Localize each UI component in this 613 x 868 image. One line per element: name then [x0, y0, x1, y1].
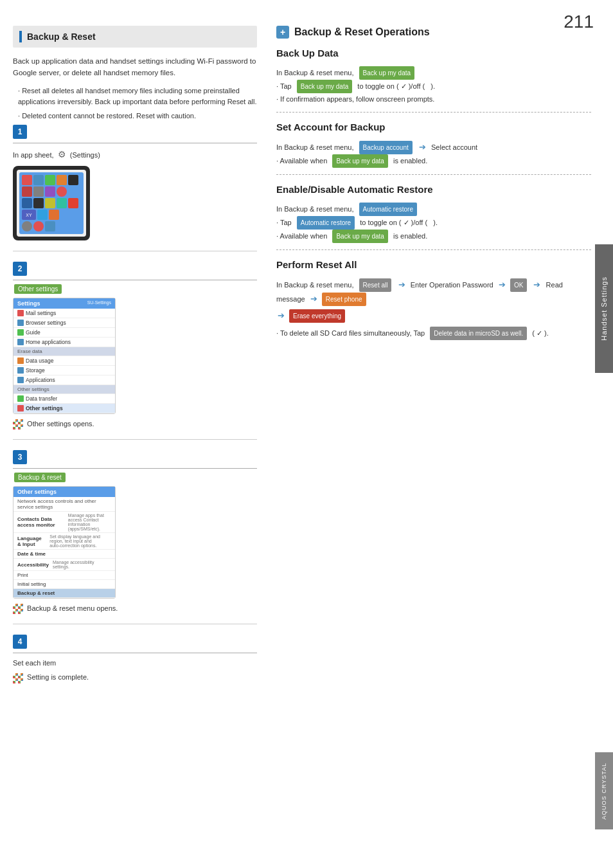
divider-1: [276, 112, 591, 113]
backup-reset-tag: Backup & reset: [14, 473, 66, 482]
other-settings-tag: Other settings: [14, 284, 62, 294]
right-section-title-text: Backup & Reset Operations: [294, 26, 430, 38]
auto-restore-body: In Backup & reset menu, Automatic restor…: [276, 203, 591, 243]
automatic-restore-tag-2: Automatic restore: [297, 216, 355, 230]
backup-item-backup: Backup & reset: [13, 589, 115, 598]
phone-screen-1: XY: [17, 170, 86, 237]
backup-header: Other settings: [13, 487, 115, 497]
left-section-title-bar: Backup & Reset: [13, 26, 257, 48]
back-up-data-title: Back Up Data: [276, 48, 591, 61]
intro-text: Back up application data and handset set…: [13, 55, 257, 79]
step-2-section: 2 Other settings Settings SU-Settings Ma…: [13, 262, 257, 440]
plus-icon: +: [276, 26, 289, 39]
reset-all-body: In Backup & reset menu, Reset all ➔ Ente…: [276, 278, 591, 340]
divider-3: [276, 249, 591, 250]
settings-mockup-backup: Other settings Network access controls a…: [13, 486, 116, 599]
step-3-box: 3: [13, 450, 27, 464]
backup-item-initial: Initial setting: [13, 580, 115, 589]
arrow-icon-2: ➔: [398, 278, 405, 292]
step-2-box: 2: [13, 262, 27, 276]
mosaic-icon-4: [13, 673, 23, 683]
step-4-note: Setting is complete.: [13, 671, 257, 683]
reset-phone-tag: Reset phone: [322, 293, 366, 306]
arrow-icon-6: ➔: [278, 309, 285, 323]
bullet-1: · Reset all deletes all handset memory f…: [13, 86, 257, 108]
back-up-my-data-tag-1: Back up my data: [359, 66, 414, 80]
left-column: Backup & Reset Back up application data …: [13, 26, 257, 703]
set-account-title: Set Account for Backup: [276, 122, 591, 135]
settings-item-mail: Mail settings: [13, 309, 115, 318]
settings-item-guide: Guide: [13, 328, 115, 338]
backup-account-tag: Backup account: [359, 141, 413, 154]
handset-settings-label: Handset Settings: [600, 276, 608, 341]
right-column: + Backup & Reset Operations Back Up Data…: [276, 26, 591, 343]
settings-subtitle: SU-Settings: [87, 300, 111, 307]
step-4-box: 4: [13, 635, 27, 649]
back-up-data-section: Back Up Data In Backup & reset menu, Bac…: [276, 48, 591, 122]
bullet-2: · Deleted content cannot be restored. Re…: [13, 111, 257, 122]
aquos-crystal-label: AQUOS CRYSTAL: [601, 763, 607, 820]
back-up-my-data-tag-3: Back up my data: [332, 154, 387, 168]
backup-item-language: Language & Input Set display language an…: [13, 533, 115, 550]
arrow-icon-1: ➔: [419, 140, 426, 154]
auto-restore-title: Enable/Disable Automatic Restore: [276, 184, 591, 197]
arrow-icon-5: ➔: [310, 292, 317, 306]
settings-item-data-usage: Data usage: [13, 356, 115, 366]
back-up-data-body: In Backup & reset menu, Back up my data …: [276, 66, 591, 105]
step-4-instruction: Set each item: [13, 657, 257, 669]
settings-mockup-other: Settings SU-Settings Mail settings Brows…: [13, 298, 116, 414]
arrow-icon-3: ➔: [499, 278, 506, 292]
left-section-title: Backup & Reset: [27, 32, 96, 42]
settings-header-other: Settings SU-Settings: [13, 298, 115, 309]
step-3-note: Backup & reset menu opens.: [13, 602, 257, 615]
mosaic-icon-2: [13, 419, 23, 429]
settings-item-applications: Applications: [13, 375, 115, 385]
settings-item-erase: Erase data: [13, 347, 115, 356]
settings-item-storage: Storage: [13, 366, 115, 375]
ok-tag: OK: [510, 278, 527, 292]
mosaic-icon-3: [13, 604, 23, 614]
auto-restore-section: Enable/Disable Automatic Restore In Back…: [276, 184, 591, 259]
reset-all-title: Perform Reset All: [276, 259, 591, 273]
settings-item-data-transfer: Data transfer: [13, 394, 115, 404]
backup-item-datetime: Date & time: [13, 550, 115, 559]
step-3-section: 3 Backup & reset Other settings Network …: [13, 450, 257, 624]
back-up-my-data-tag-4: Back up my data: [332, 230, 387, 243]
handset-settings-sidebar: Handset Settings: [595, 244, 613, 373]
aquos-crystal-tab: AQUOS CRYSTAL: [595, 752, 613, 829]
step-4-section: 4 Set each item Setting is complete.: [13, 635, 257, 692]
backup-item-contacts: Contacts Data access monitor Manage apps…: [13, 512, 115, 533]
step-1-instruction: In app sheet, ⚙ (Settings): [13, 147, 257, 163]
backup-item-network: Network access controls and otherservice…: [13, 497, 115, 512]
reset-all-section: Perform Reset All In Backup & reset menu…: [276, 259, 591, 343]
backup-item-print: Print: [13, 571, 115, 580]
step-1-box: 1: [13, 125, 27, 139]
right-section-title-bar: + Backup & Reset Operations: [276, 26, 591, 39]
settings-item-browser: Browser settings: [13, 318, 115, 328]
blue-accent-bar: [19, 31, 22, 42]
step-2-note: Other settings opens.: [13, 418, 257, 430]
erase-everything-tag: Erase everything: [289, 309, 345, 323]
settings-item-other-settings: Other settings: [13, 404, 115, 413]
settings-item-other-head: Other settings: [13, 385, 115, 394]
backup-item-accessibility: Accessibility Manage accessibility setti…: [13, 559, 115, 571]
phone-screenshot-1: XY: [13, 166, 90, 240]
settings-title: Settings: [17, 300, 40, 307]
set-account-body: In Backup & reset menu, Backup account ➔…: [276, 140, 591, 168]
divider-2: [276, 174, 591, 175]
back-up-my-data-tag-2: Back up my data: [297, 80, 352, 93]
delete-microsd-tag: Delete data in microSD as well.: [430, 327, 527, 340]
settings-gear-icon: ⚙: [58, 149, 66, 159]
settings-item-apps: Home applications: [13, 338, 115, 347]
arrow-icon-4: ➔: [533, 278, 540, 292]
automatic-restore-tag-1: Automatic restore: [359, 203, 417, 216]
set-account-section: Set Account for Backup In Backup & reset…: [276, 122, 591, 184]
reset-all-tag: Reset all: [359, 278, 392, 292]
step-1-section: 1 In app sheet, ⚙ (Settings): [13, 125, 257, 252]
